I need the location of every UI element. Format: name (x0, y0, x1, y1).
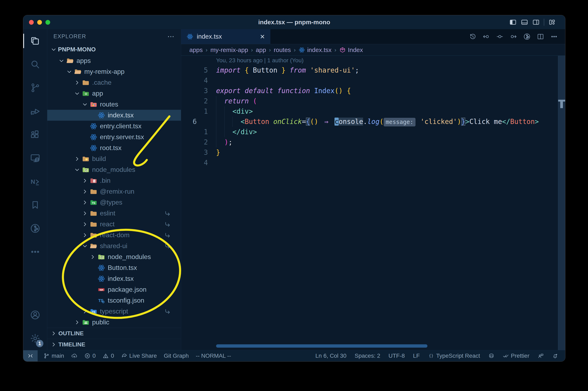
status-item-copilot-icon[interactable] (488, 353, 494, 359)
status-item-spaces-2[interactable]: Spaces: 2 (355, 353, 380, 359)
activitybar-item-remote-explorer[interactable] (23, 146, 47, 170)
status-item-live-share[interactable]: Live Share (121, 353, 157, 359)
tree-item-bin[interactable]: 0110.bin (47, 175, 181, 186)
tree-item-types[interactable]: TS@types (47, 197, 181, 208)
tree-item-build[interactable]: build (47, 153, 181, 164)
code-line[interactable]: 3export default function Index() { (181, 86, 565, 96)
tree-item-public[interactable]: public (47, 317, 181, 328)
tree-item-tsconfig-json[interactable]: TStsconfig.json (47, 295, 181, 306)
status-item-utf-8[interactable]: UTF-8 (389, 353, 405, 359)
tree-item-button-tsx[interactable]: Button.tsx (47, 262, 181, 273)
code-line[interactable]: 2 return ( (181, 96, 565, 106)
tree-item-node-modules[interactable]: JSnode_modules (47, 164, 181, 175)
explorer-more-actions-button[interactable]: ⋯ (167, 32, 175, 40)
panel-left-icon[interactable] (509, 18, 517, 26)
line-number: 3 (181, 86, 212, 96)
activitybar-item-nx-console[interactable]: N (23, 170, 47, 193)
code-line[interactable]: 1 </div> (181, 127, 565, 137)
tree-item-eslint[interactable]: eslint (47, 208, 181, 219)
tree-item-shared-ui[interactable]: shared-ui (47, 241, 181, 251)
tree-item-remix-run[interactable]: @remix-run (47, 186, 181, 197)
activitybar-item-bookmarks[interactable] (23, 193, 47, 217)
activitybar-item-extensions[interactable] (23, 123, 47, 146)
horizontal-scrollbar[interactable] (216, 344, 427, 348)
breadcrumb-item-app[interactable]: app (256, 46, 266, 53)
panel-right-icon[interactable] (532, 18, 540, 26)
sidebar-section-outline[interactable]: OUTLINE (47, 328, 181, 339)
status-item-lf[interactable]: LF (413, 353, 420, 359)
activitybar-item-accounts[interactable] (23, 303, 47, 327)
tree-item-my-remix-app[interactable]: my-remix-app (47, 66, 181, 77)
status-item-main[interactable]: main (43, 353, 64, 359)
breadcrumb-item-index[interactable]: Index (339, 46, 363, 53)
change-icon[interactable] (496, 33, 503, 40)
minimize-window-button[interactable] (37, 20, 42, 25)
breadcrumb-item-my-remix-app[interactable]: my-remix-app (210, 46, 248, 53)
tree-item-index-tsx[interactable]: index.tsx (47, 110, 181, 121)
tree-item-label: @remix-run (100, 188, 134, 195)
status-item-feedback-icon[interactable] (538, 353, 544, 359)
status-item-git-graph[interactable]: Git Graph (164, 353, 189, 359)
project-root-row[interactable]: PNPM-MONO (47, 44, 181, 55)
tree-item-routes[interactable]: routes (47, 99, 181, 110)
breadcrumb-item-index-tsx[interactable]: index.tsx (298, 46, 331, 53)
status-item-bell-dot-icon[interactable] (552, 353, 558, 359)
breadcrumb-item-routes[interactable]: routes (274, 46, 291, 53)
status-item-ln-6-col-30[interactable]: Ln 6, Col 30 (315, 353, 346, 359)
tree-item-react[interactable]: react (47, 219, 181, 230)
history-icon[interactable] (469, 33, 476, 40)
tree-item-label: node_modules (108, 253, 151, 261)
activitybar-item-run-debug[interactable] (23, 99, 47, 123)
zoom-window-button[interactable] (45, 20, 50, 25)
status-item-prettier[interactable]: Prettier (503, 353, 529, 359)
status-item-cloud-upload-icon[interactable] (71, 353, 77, 359)
code-line[interactable]: 4 (181, 158, 565, 168)
breadcrumb-item-apps[interactable]: apps (189, 46, 203, 53)
tree-item-app[interactable]: app (47, 88, 181, 99)
tree-item-entry-client-tsx[interactable]: entry.client.tsx (47, 121, 181, 132)
split-editor-icon[interactable] (537, 33, 544, 40)
tree-item-cache[interactable]: .cache (47, 77, 181, 88)
tree-item-node-modules[interactable]: JSnode_modules (47, 251, 181, 262)
close-tab-icon[interactable]: ✕ (260, 33, 265, 40)
code-line[interactable]: 4 (181, 76, 565, 86)
status-item-typescript-react[interactable]: {}TypeScript React (428, 353, 480, 359)
status-item-label: Prettier (511, 353, 529, 359)
code-line-current[interactable]: 6 <Button onClick={() ⇒ console.log(mess… (181, 116, 565, 127)
activitybar-item-explorer[interactable] (23, 29, 47, 53)
tree-item-package-json[interactable]: npmpackage.json (47, 284, 181, 295)
tree-item-apps[interactable]: apps (47, 55, 181, 66)
sidebar-section-timeline[interactable]: TIMELINE (47, 339, 181, 350)
code-line[interactable]: 2 ); (181, 137, 565, 147)
vertical-scrollbar[interactable] (558, 56, 565, 350)
window-title: index.tsx — pnpm-mono (23, 19, 565, 26)
prev-change-icon[interactable] (483, 33, 490, 40)
activitybar-item-search[interactable] (23, 53, 47, 76)
status-item-normal[interactable]: -- NORMAL -- (196, 353, 231, 359)
tab-index-tsx[interactable]: index.tsx ✕ (181, 29, 271, 44)
tree-item-react-dom[interactable]: react-dom (47, 230, 181, 241)
activitybar-item-more-views[interactable] (23, 240, 47, 264)
tree-item-entry-server-tsx[interactable]: entry.server.tsx (47, 132, 181, 142)
tree-item-typescript[interactable]: TStypescript (47, 306, 181, 317)
status-item-label: -- NORMAL -- (196, 353, 231, 359)
git-graph-icon[interactable] (523, 33, 531, 40)
ellipsis-icon[interactable] (550, 33, 558, 40)
status-item-0[interactable]: 0 (102, 353, 114, 359)
inlay-hint: message: (384, 118, 415, 126)
remote-indicator[interactable] (23, 350, 38, 361)
close-window-button[interactable] (29, 20, 34, 25)
code-line[interactable]: 5import { Button } from 'shared-ui'; (181, 65, 565, 76)
tree-item-root-tsx[interactable]: root.tsx (47, 142, 181, 153)
activitybar-item-source-control[interactable] (23, 76, 47, 99)
code-editor[interactable]: You, 23 hours ago | 1 author (You)5impor… (181, 56, 565, 350)
code-line[interactable]: 1 <div> (181, 106, 565, 116)
activitybar-item-settings[interactable]: 1 (23, 327, 47, 350)
activitybar-item-git-graph[interactable] (23, 217, 47, 240)
status-item-0[interactable]: 0 (84, 353, 96, 359)
code-line[interactable]: 3} (181, 147, 565, 158)
layout-icon[interactable] (548, 18, 556, 26)
panel-bottom-icon[interactable] (521, 18, 528, 26)
next-change-icon[interactable] (510, 33, 517, 40)
tree-item-index-tsx[interactable]: index.tsx (47, 273, 181, 284)
